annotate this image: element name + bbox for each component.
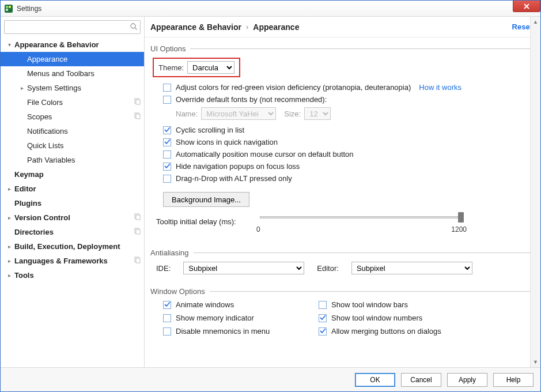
tooltip-delay-label: Tooltip initial delay (ms):	[156, 215, 260, 226]
section-title: Window Options	[150, 287, 210, 296]
search-input[interactable]	[7, 22, 130, 32]
tooltip-delay-slider[interactable]: 0 1200	[260, 215, 461, 235]
tree-item[interactable]: Keymap	[1, 167, 144, 182]
tree-item[interactable]: Quick Lists	[1, 138, 144, 153]
help-button[interactable]: Help	[493, 373, 534, 387]
checkbox-row: Cyclic scrolling in list	[163, 126, 530, 134]
checkbox[interactable]	[163, 327, 171, 336]
checkbox-label: Disable mnemonics in menu	[176, 327, 270, 336]
tree-item[interactable]: ▸Build, Execution, Deployment	[1, 239, 144, 254]
background-image-button[interactable]: Background Image...	[163, 192, 249, 207]
settings-form: UI Options Theme: Darcula Adjust colors …	[145, 37, 540, 367]
checkbox-label: Show tool window numbers	[331, 314, 422, 322]
breadcrumb-leaf: Appearance	[253, 22, 299, 32]
checkbox[interactable]	[163, 301, 171, 309]
apply-button[interactable]: Apply	[447, 373, 487, 387]
cancel-button[interactable]: Cancel	[401, 373, 441, 387]
app-icon	[4, 4, 13, 13]
dialog-body: ▾Appearance & BehaviorAppearanceMenus an…	[1, 17, 540, 367]
settings-tree-panel: ▾Appearance & BehaviorAppearanceMenus an…	[1, 17, 145, 367]
checkbox[interactable]	[163, 175, 171, 183]
scroll-up-icon[interactable]: ▲	[531, 17, 540, 27]
settings-tree[interactable]: ▾Appearance & BehaviorAppearanceMenus an…	[1, 36, 144, 367]
chevron-down-icon: ▾	[4, 42, 14, 48]
tree-item-label: Version Control	[14, 213, 134, 222]
tree-item-label: Build, Execution, Deployment	[14, 242, 141, 251]
tree-item[interactable]: ▸Tools	[1, 268, 144, 282]
tree-item[interactable]: ▸Languages & Frameworks	[1, 254, 144, 268]
theme-row: Theme: Darcula	[153, 58, 240, 77]
chevron-right-icon: ▸	[4, 186, 14, 192]
font-size-select: 12	[304, 107, 331, 120]
checkbox-label: Show tool window bars	[331, 300, 408, 309]
tree-item[interactable]: Scopes	[1, 110, 144, 124]
section-title: Antialiasing	[150, 248, 194, 257]
checkbox-label: Animate windows	[176, 300, 234, 309]
breadcrumb-root[interactable]: Appearance & Behavior	[150, 22, 241, 32]
tree-item[interactable]: ▸Editor	[1, 182, 144, 196]
settings-content-panel: Appearance & Behavior › Appearance Reset…	[145, 17, 540, 367]
tree-item[interactable]: Directories	[1, 225, 144, 239]
search-wrap	[1, 17, 144, 36]
checkbox[interactable]	[163, 163, 171, 171]
close-button[interactable]	[513, 1, 540, 12]
checkbox-label: Cyclic scrolling in list	[176, 126, 244, 134]
checkbox[interactable]	[163, 96, 171, 104]
window-title: Settings	[17, 5, 41, 13]
checkbox[interactable]	[319, 314, 327, 322]
per-project-icon	[134, 98, 141, 107]
svg-rect-3	[6, 9, 8, 11]
section-title: UI Options	[150, 44, 190, 53]
tree-item-label: Languages & Frameworks	[14, 257, 134, 265]
svg-rect-13	[136, 229, 140, 234]
search-box[interactable]	[4, 20, 141, 34]
checkbox-label: Override default fonts by (not recommend…	[176, 95, 327, 104]
scrollbar[interactable]: ▲ ▼	[530, 17, 540, 367]
checkbox[interactable]	[163, 150, 171, 159]
checkbox-row: Show tool window bars	[319, 300, 474, 309]
checkbox[interactable]	[163, 138, 171, 146]
aa-editor-label: Editor:	[317, 264, 339, 273]
svg-rect-1	[6, 6, 8, 8]
per-project-icon	[134, 228, 141, 236]
checkbox[interactable]	[163, 126, 171, 134]
tree-item[interactable]: ▸System Settings	[1, 81, 144, 95]
theme-select[interactable]: Darcula	[187, 61, 234, 74]
slider-max: 1200	[451, 225, 467, 233]
slider-min: 0	[256, 225, 260, 233]
tree-item[interactable]: Menus and Toolbars	[1, 66, 144, 81]
tree-item-label: Keymap	[14, 170, 141, 179]
chevron-right-icon: ▸	[17, 85, 27, 91]
checkbox[interactable]	[163, 84, 171, 92]
reset-link[interactable]: Reset	[512, 22, 532, 31]
checkbox-row: Animate windows	[163, 300, 319, 309]
per-project-icon	[134, 112, 141, 121]
checkbox[interactable]	[319, 301, 327, 309]
chevron-right-icon: ▸	[4, 214, 14, 221]
tree-item-label: File Colors	[27, 98, 134, 107]
aa-editor-select[interactable]: Subpixel	[351, 262, 472, 274]
theme-label: Theme:	[158, 63, 184, 72]
aa-ide-select[interactable]: Subpixel	[183, 262, 304, 274]
tree-item[interactable]: Plugins	[1, 196, 144, 210]
checkbox-row: Override default fonts by (not recommend…	[163, 95, 530, 104]
checkbox-label: Allow merging buttons on dialogs	[331, 327, 441, 336]
tree-item-label: Notifications	[27, 127, 141, 135]
tree-item[interactable]: ▾Appearance & Behavior	[1, 37, 144, 52]
checkbox[interactable]	[319, 327, 327, 336]
tree-item[interactable]: Path Variables	[1, 153, 144, 167]
tree-item[interactable]: File Colors	[1, 95, 144, 110]
scroll-down-icon[interactable]: ▼	[531, 357, 540, 367]
svg-rect-2	[9, 6, 11, 8]
tree-item-label: Quick Lists	[27, 141, 141, 150]
section-window-options: Window Options	[150, 287, 530, 296]
tree-item[interactable]: ▸Version Control	[1, 210, 144, 225]
ok-button[interactable]: OK	[355, 373, 395, 387]
search-icon	[130, 22, 138, 32]
svg-line-5	[135, 28, 137, 30]
tree-item-label: Menus and Toolbars	[27, 69, 141, 78]
checkbox[interactable]	[163, 314, 171, 322]
how-it-works-link[interactable]: How it works	[419, 83, 461, 92]
tree-item[interactable]: Appearance	[1, 52, 144, 66]
tree-item[interactable]: Notifications	[1, 124, 144, 138]
